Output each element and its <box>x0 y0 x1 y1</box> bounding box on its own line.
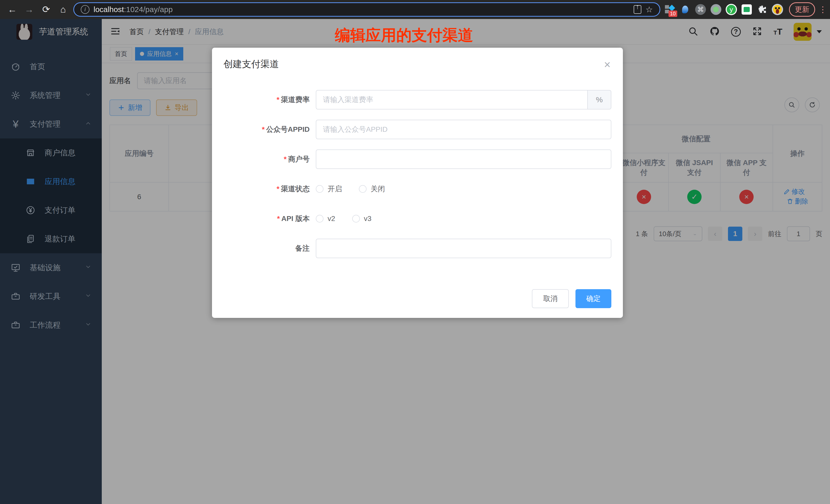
remark-input[interactable] <box>316 239 611 258</box>
browser-reload-icon[interactable]: ⟳ <box>39 3 53 16</box>
status-closed-radio[interactable]: 关闭 <box>359 184 385 194</box>
radio-circle-icon <box>352 215 360 222</box>
extension-balloon-icon[interactable] <box>679 4 691 15</box>
profile-avatar-icon[interactable] <box>772 4 784 15</box>
percent-suffix: % <box>588 90 611 109</box>
cancel-button[interactable]: 取消 <box>532 289 569 308</box>
dialog-close-icon[interactable]: × <box>604 59 611 70</box>
required-star: * <box>262 125 265 133</box>
browser-update-button[interactable]: 更新 <box>789 2 815 17</box>
browser-menu-icon[interactable]: ⋮ <box>819 5 824 14</box>
radio-circle-icon <box>316 215 323 222</box>
url-text: localhost:1024/pay/app <box>94 5 173 14</box>
extension-dot-icon[interactable] <box>710 4 722 15</box>
address-bar[interactable]: i localhost:1024/pay/app ☆ <box>73 2 660 17</box>
browser-home-icon[interactable]: ⌂ <box>56 3 70 16</box>
merchant-input[interactable] <box>316 150 611 169</box>
extension-badge: 10 <box>669 10 677 17</box>
field-rate: *渠道费率 % <box>224 90 611 109</box>
field-appid: *公众号APPID <box>224 120 611 139</box>
extension-tabs-icon[interactable]: 10 <box>664 4 676 15</box>
api-v3-radio[interactable]: v3 <box>352 215 372 223</box>
extension-chat-icon[interactable] <box>741 4 753 15</box>
field-status: *渠道状态 开启 关闭 <box>224 179 611 199</box>
extension-y-icon[interactable]: y <box>726 4 737 15</box>
share-icon[interactable] <box>634 5 641 14</box>
browser-forward-icon[interactable]: → <box>23 3 36 16</box>
create-channel-dialog: 创建支付渠道 × *渠道费率 % *公众号APPID *商户号 * <box>212 48 623 318</box>
appid-input[interactable] <box>316 120 611 139</box>
red-annotation: 编辑应用的支付渠道 <box>335 25 473 46</box>
required-star: * <box>284 155 287 163</box>
required-star: * <box>277 215 280 222</box>
radio-circle-icon <box>359 185 366 193</box>
api-v2-radio[interactable]: v2 <box>316 215 335 223</box>
browser-toolbar: ← → ⟳ ⌂ i localhost:1024/pay/app ☆ 10 ⌘ … <box>0 0 830 19</box>
extension-command-icon[interactable]: ⌘ <box>695 4 706 15</box>
status-open-radio[interactable]: 开启 <box>316 184 342 194</box>
field-api-version: *API 版本 v2 v3 <box>224 209 611 228</box>
rate-input[interactable] <box>316 90 588 109</box>
field-remark: 备注 <box>224 239 611 258</box>
bookmark-star-icon[interactable]: ☆ <box>645 5 653 14</box>
browser-back-icon[interactable]: ← <box>6 3 19 16</box>
required-star: * <box>277 96 279 103</box>
radio-circle-icon <box>316 185 323 193</box>
confirm-button[interactable]: 确定 <box>575 289 611 308</box>
dialog-title: 创建支付渠道 <box>224 58 611 70</box>
required-star: * <box>277 185 279 193</box>
extensions-puzzle-icon[interactable] <box>756 4 768 15</box>
site-info-icon[interactable]: i <box>81 5 90 14</box>
field-merchant: *商户号 <box>224 150 611 169</box>
